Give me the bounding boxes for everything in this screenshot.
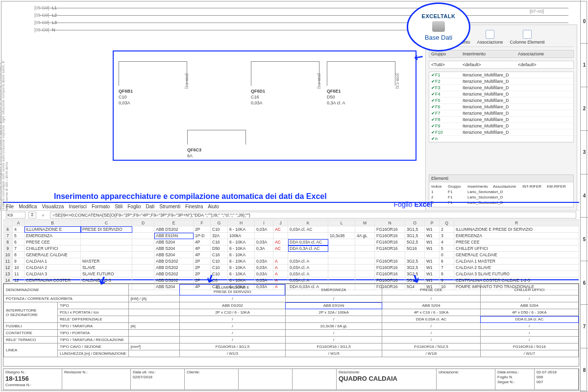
filter-cell[interactable]: <default> [518, 62, 571, 67]
cell[interactable]: CALDAIA 1 MASTER [454, 258, 579, 265]
cell[interactable] [355, 271, 375, 277]
excel-row[interactable]: 1210CALDAIA 2SLAVEABB DS2022PC106 - 10KA… [3, 265, 579, 271]
col-header[interactable]: Associazione [493, 184, 522, 189]
menu-item[interactable]: Strumenti [159, 204, 180, 209]
cell[interactable]: C16 [211, 252, 228, 258]
cell[interactable]: 6 - 10KA [228, 226, 255, 233]
panel-row[interactable]: ✔F2Iterazione_Multifilare_D [429, 78, 573, 85]
cell[interactable]: ABB S204 [154, 239, 194, 245]
cell[interactable]: 10 [13, 265, 24, 271]
cell[interactable]: C16 [211, 239, 228, 245]
cell[interactable]: FG16OR16 [375, 265, 405, 271]
cell[interactable]: 7 [440, 265, 454, 271]
cell[interactable] [355, 239, 375, 245]
row-number[interactable]: 8 [3, 239, 13, 245]
cell[interactable]: ABB E91hN [154, 233, 194, 239]
cell[interactable]: 3G1,5 [405, 226, 425, 233]
cell[interactable]: FG16OR16 [375, 258, 405, 265]
cell[interactable] [328, 245, 355, 252]
col-letter[interactable]: F [194, 220, 211, 226]
col-header[interactable]: Inserimento [463, 51, 516, 56]
cell[interactable]: 3G2,5 [405, 265, 425, 271]
col-letter[interactable]: D [132, 220, 154, 226]
cell[interactable]: FG16OR16 [375, 245, 405, 252]
cell[interactable]: A [273, 271, 288, 277]
namebox[interactable]: K9 [6, 212, 25, 219]
cell[interactable]: 6 - 10KA [228, 245, 255, 252]
cell[interactable]: EMERGENZA [454, 233, 579, 239]
cell[interactable]: W1 [425, 271, 440, 277]
excel-row[interactable]: 97CHILLER UFFICIABB S2044PD506 - 10KA0,3… [3, 245, 579, 252]
cell[interactable]: PRESE DI SERVIZIO [81, 226, 132, 233]
panel-row[interactable]: ✔F3Iterazione_Multifilare_D [429, 85, 573, 91]
cell[interactable]: 6 - 10KA [228, 258, 255, 265]
cell[interactable]: CHILLER UFFICI [454, 245, 579, 252]
cell[interactable] [405, 252, 425, 258]
cell[interactable]: SLAVE [81, 265, 132, 271]
cell[interactable]: 5G2,5 [405, 239, 425, 245]
cell[interactable]: 0,03A [255, 258, 273, 265]
cell[interactable]: 32A [211, 233, 228, 239]
panel-sub-row[interactable]: 1F1Lario_Sezionatori_D [431, 189, 571, 195]
col-letter[interactable]: B [24, 220, 81, 226]
col-header[interactable]: KM-RIFER [547, 184, 571, 189]
cell[interactable]: DDA 0,03A cl. AC [288, 239, 328, 245]
cell[interactable]: W1 [425, 265, 440, 271]
cell[interactable] [132, 271, 154, 277]
cell[interactable]: AC [273, 239, 288, 245]
col-letter[interactable]: I [255, 220, 273, 226]
cell[interactable]: CALDAIA 1 [24, 258, 81, 265]
cell[interactable] [375, 252, 405, 258]
cell[interactable]: W1 [425, 226, 440, 233]
cell[interactable] [132, 265, 154, 271]
panel-row[interactable]: ✔F7Iterazione_Multifilare_D [429, 110, 573, 117]
menu-item[interactable]: Formato [92, 204, 110, 209]
menu-item[interactable]: Modifica [19, 204, 37, 209]
cell[interactable]: 6 [440, 258, 454, 265]
cell[interactable]: FG16OR16 [375, 271, 405, 277]
cell[interactable] [328, 271, 355, 277]
col-header[interactable]: INT-RIFER [522, 184, 547, 189]
cell[interactable]: 0,03A [255, 226, 273, 233]
col-header[interactable]: Associazione [518, 51, 571, 56]
cell[interactable]: C10 [211, 265, 228, 271]
cell[interactable]: CHILLER UFFICI [24, 245, 81, 252]
col-letter[interactable]: Q [440, 220, 454, 226]
cell[interactable]: MASTER [81, 258, 132, 265]
col-letter[interactable]: L [328, 220, 355, 226]
panel-row[interactable]: ✔F8Iterazione_Multifilare_D [429, 117, 573, 123]
cell[interactable]: GENERALE CALDAIE [454, 252, 579, 258]
cell[interactable] [132, 252, 154, 258]
cell[interactable]: 0,03A [255, 265, 273, 271]
cell[interactable] [132, 226, 154, 233]
cell[interactable] [81, 252, 132, 258]
menu-item[interactable]: Visualizza [42, 204, 64, 209]
filter-cell[interactable]: <Tutti> [431, 62, 461, 67]
cell[interactable]: 5 [440, 245, 454, 252]
cell[interactable]: 0,03A cl. A [288, 258, 328, 265]
col-letter[interactable]: M [355, 220, 375, 226]
panel-row[interactable]: ✔F6Iterazione_Multifilare_D [429, 104, 573, 110]
col-letter[interactable]: P [425, 220, 440, 226]
cell[interactable]: 6 - 10KA [228, 265, 255, 271]
cell[interactable]: 4P [194, 239, 211, 245]
row-number[interactable]: 12 [3, 265, 13, 271]
cell[interactable]: W1 [425, 245, 440, 252]
cell[interactable]: W1 [425, 233, 440, 239]
cell[interactable]: 100kA [228, 233, 255, 239]
cell[interactable]: 4P [194, 252, 211, 258]
excel-row[interactable]: 75EMERGENZAABB E91hN1P-D32A100kA10,3x384… [3, 233, 579, 239]
cell[interactable]: 4P [194, 245, 211, 252]
cell[interactable] [273, 233, 288, 239]
panel-row[interactable]: ✔F4Iterazione_Multifilare_D [429, 91, 573, 98]
cell[interactable]: ABB DS202 [154, 226, 194, 233]
cell[interactable]: CALDAIA 3 SLAVE FUTURO [454, 271, 579, 277]
cell[interactable] [425, 252, 440, 258]
cell[interactable] [132, 239, 154, 245]
cell[interactable]: FG16OR16 [375, 226, 405, 233]
col-letter[interactable]: J [273, 220, 288, 226]
cell[interactable] [273, 252, 288, 258]
col-letter[interactable] [3, 220, 13, 226]
cell[interactable] [255, 252, 273, 258]
cell[interactable] [355, 226, 375, 233]
